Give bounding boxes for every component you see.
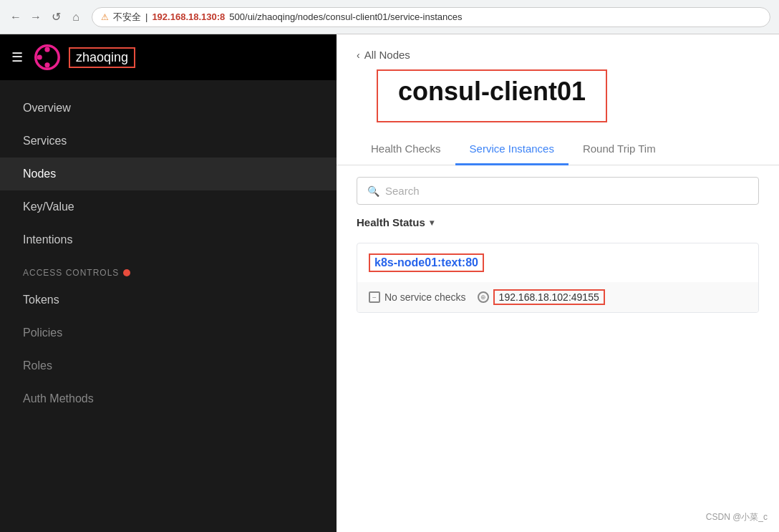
globe-icon: ⊕	[478, 291, 489, 303]
access-controls-label: ACCESS CONTROLS	[0, 256, 337, 284]
consul-logo	[34, 44, 60, 70]
service-ip-address: 192.168.18.102:49155	[493, 289, 605, 305]
search-placeholder: Search	[385, 185, 420, 197]
insecure-label: 不安全	[113, 11, 141, 24]
url-highlight: 192.168.18.130:8	[152, 11, 225, 22]
back-button[interactable]: ←	[9, 10, 23, 24]
app-container: ☰ zhaoqing Overview Services Nodes Key/V…	[0, 34, 779, 532]
tab-round-trip[interactable]: Round Trip Tim	[568, 134, 670, 165]
node-title: consul-client01	[377, 69, 607, 122]
sidebar-item-policies[interactable]: Policies	[0, 316, 337, 349]
sidebar-item-intentions[interactable]: Intentions	[0, 223, 337, 256]
service-checks-item: − No service checks	[369, 291, 466, 303]
health-status-filter[interactable]: Health Status ▾	[357, 213, 759, 231]
service-item-header: k8s-node01:text:80	[357, 243, 758, 282]
svg-point-3	[37, 54, 42, 59]
security-warning-icon: ⚠	[101, 12, 109, 22]
service-meta: − No service checks ⊕ 192.168.18.102:491…	[357, 282, 758, 312]
watermark: CSDN @小菜_c	[706, 511, 768, 523]
refresh-button[interactable]: ↺	[49, 10, 63, 24]
address-bar[interactable]: ⚠ 不安全 | 192.168.18.130:8 500/ui/zhaoqing…	[92, 7, 770, 27]
sidebar-item-roles[interactable]: Roles	[0, 349, 337, 382]
back-nav-label: All Nodes	[364, 49, 410, 61]
health-status-chevron-icon: ▾	[430, 218, 434, 228]
forward-button[interactable]: →	[29, 10, 43, 24]
service-ip-item: ⊕ 192.168.18.102:49155	[478, 289, 605, 305]
search-box[interactable]: 🔍 Search	[357, 177, 759, 205]
tab-health-checks[interactable]: Health Checks	[357, 134, 455, 165]
filter-area: 🔍 Search Health Status ▾	[337, 165, 779, 243]
back-nav[interactable]: ‹ All Nodes	[337, 34, 779, 69]
home-button[interactable]: ⌂	[69, 10, 83, 24]
nav-icons: ← → ↺ ⌂	[9, 10, 83, 24]
access-controls-indicator	[123, 269, 130, 276]
back-chevron-icon: ‹	[357, 49, 360, 61]
sidebar-item-overview[interactable]: Overview	[0, 92, 337, 125]
tab-service-instances[interactable]: Service Instances	[455, 134, 568, 165]
service-instance-name[interactable]: k8s-node01:text:80	[369, 253, 484, 272]
url-rest: 500/ui/zhaoqing/nodes/consul-client01/se…	[229, 11, 462, 22]
health-status-label: Health Status	[357, 216, 425, 228]
svg-point-2	[44, 62, 49, 67]
sidebar-item-auth-methods[interactable]: Auth Methods	[0, 382, 337, 415]
sidebar-item-tokens[interactable]: Tokens	[0, 284, 337, 316]
search-icon: 🔍	[367, 185, 379, 197]
service-instance-item: k8s-node01:text:80 − No service checks ⊕…	[357, 243, 759, 313]
sidebar-item-keyvalue[interactable]: Key/Value	[0, 190, 337, 223]
sidebar-header: ☰ zhaoqing	[0, 34, 337, 80]
no-checks-label: No service checks	[384, 291, 466, 303]
svg-point-1	[44, 47, 49, 52]
brand-name: zhaoqing	[69, 47, 135, 68]
sidebar-item-nodes[interactable]: Nodes	[0, 158, 337, 190]
sidebar: ☰ zhaoqing Overview Services Nodes Key/V…	[0, 34, 337, 532]
separator: |	[145, 11, 147, 22]
browser-bar: ← → ↺ ⌂ ⚠ 不安全 | 192.168.18.130:8 500/ui/…	[0, 0, 779, 34]
sidebar-item-services[interactable]: Services	[0, 125, 337, 158]
hamburger-menu[interactable]: ☰	[11, 49, 23, 65]
no-checks-icon: −	[369, 291, 380, 303]
main-content: ‹ All Nodes consul-client01 Health Check…	[337, 34, 779, 532]
tabs: Health Checks Service Instances Round Tr…	[337, 134, 779, 165]
service-list: k8s-node01:text:80 − No service checks ⊕…	[337, 243, 779, 321]
sidebar-nav: Overview Services Nodes Key/Value Intent…	[0, 80, 337, 532]
